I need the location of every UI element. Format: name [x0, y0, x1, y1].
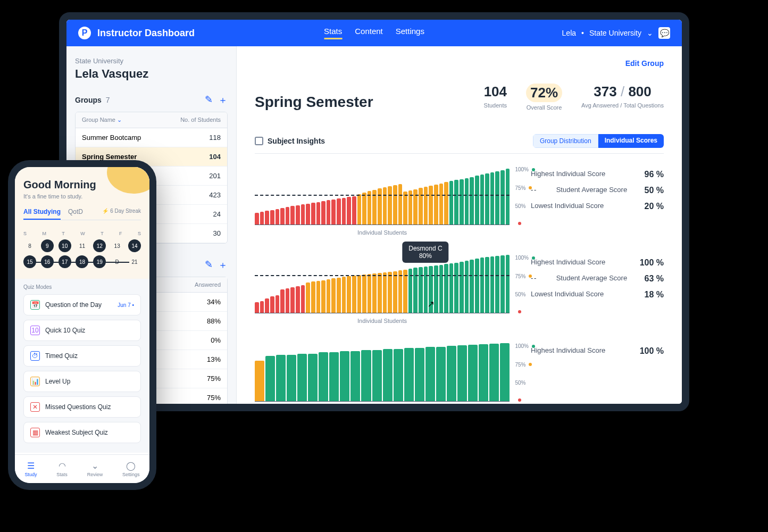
chart-bar[interactable] — [383, 187, 387, 225]
study-tab[interactable]: QotD — [68, 208, 83, 220]
calendar-day[interactable]: 9 — [41, 239, 54, 252]
chart-bar[interactable] — [404, 348, 414, 401]
chart-bar[interactable] — [490, 172, 495, 225]
chart-bar[interactable] — [470, 177, 474, 225]
chart-bar[interactable] — [255, 302, 259, 313]
chart-bar[interactable] — [290, 287, 295, 313]
chart-bar[interactable] — [424, 187, 428, 225]
calendar-day[interactable]: D — [111, 255, 123, 268]
chart-bar[interactable] — [393, 271, 397, 313]
chart-bar[interactable] — [465, 178, 469, 225]
chart-bar[interactable] — [290, 206, 295, 225]
add-icon[interactable]: ＋ — [218, 259, 228, 271]
edit-icon[interactable]: ✎ — [205, 94, 213, 106]
chart-bar[interactable] — [352, 196, 356, 225]
chart-bar[interactable] — [280, 208, 285, 225]
chart-bar[interactable] — [276, 355, 286, 401]
chart-bar[interactable] — [368, 191, 372, 225]
chart-bar[interactable] — [460, 179, 464, 225]
chart-bar[interactable] — [470, 260, 474, 313]
chart-bar[interactable] — [316, 202, 321, 225]
chart-bar[interactable] — [506, 255, 510, 313]
chart-bar[interactable] — [342, 198, 346, 225]
chart-bar[interactable] — [340, 351, 349, 401]
chart-bar[interactable] — [276, 209, 280, 225]
chat-icon[interactable]: 💬 — [658, 27, 670, 39]
calendar-day[interactable]: 12 — [93, 239, 106, 252]
calendar-day[interactable]: 17 — [59, 255, 71, 268]
chart-bar[interactable] — [306, 282, 310, 313]
chart-bar[interactable] — [329, 352, 339, 401]
study-tab[interactable]: All Studying — [23, 208, 61, 220]
toggle-group-distribution[interactable]: Group Distribution — [533, 134, 598, 148]
chart-bar[interactable] — [331, 200, 336, 225]
chart-bar[interactable] — [296, 205, 300, 225]
chart-bar[interactable] — [255, 361, 264, 401]
chart-bar[interactable] — [327, 200, 331, 225]
chart-bar[interactable] — [439, 265, 444, 313]
chart-bar[interactable] — [265, 211, 269, 225]
chart-bar[interactable] — [388, 272, 392, 313]
chart-bar[interactable] — [447, 346, 456, 401]
chart-bar[interactable] — [331, 278, 336, 313]
chart-bar[interactable] — [383, 272, 387, 313]
chart-bar[interactable] — [308, 354, 318, 401]
chart-bar[interactable] — [480, 257, 485, 313]
chart-bar[interactable] — [361, 350, 371, 401]
group-row[interactable]: Summer Bootcamp118 — [76, 128, 227, 147]
chart-bar[interactable] — [357, 275, 362, 313]
chart-bar[interactable] — [434, 185, 438, 225]
chart-bar[interactable] — [403, 192, 407, 225]
chart-bar[interactable] — [454, 263, 458, 313]
chart-bar[interactable] — [260, 301, 264, 313]
chart-bar[interactable] — [265, 298, 269, 313]
chart-bar[interactable] — [287, 355, 296, 401]
chart-bar[interactable] — [468, 345, 478, 401]
calendar-day[interactable]: 15 — [23, 255, 36, 268]
topbar-user[interactable]: Lela • State University ⌄ 💬 — [562, 27, 670, 39]
chart-bar[interactable] — [321, 201, 325, 225]
chart-bar[interactable] — [372, 350, 382, 401]
chart-bar[interactable] — [388, 186, 392, 225]
chart-bar[interactable] — [419, 267, 423, 313]
chart-bar[interactable] — [495, 256, 499, 313]
chart-bar[interactable] — [403, 270, 407, 313]
chart-bar[interactable] — [286, 207, 290, 225]
calendar-day[interactable]: 18 — [76, 255, 88, 268]
chart-bar[interactable] — [429, 186, 433, 225]
chart-bar[interactable] — [500, 343, 510, 401]
calendar-day[interactable]: 19 — [93, 255, 106, 268]
chart-bar[interactable] — [394, 349, 403, 401]
chart-bar[interactable] — [301, 285, 305, 313]
chart-bar[interactable] — [444, 182, 448, 225]
chart-bar[interactable] — [270, 296, 274, 313]
chart-bar[interactable] — [352, 276, 356, 313]
chart-bar[interactable] — [368, 274, 372, 313]
chart-bar[interactable] — [357, 194, 362, 225]
chart-bar[interactable] — [378, 273, 382, 313]
chart-bar[interactable] — [398, 270, 403, 313]
chart-bar[interactable] — [444, 264, 448, 313]
nav-tab-stats[interactable]: Stats — [324, 27, 342, 39]
col-group-name[interactable]: Group Name — [82, 117, 115, 123]
chart-bar[interactable] — [311, 281, 315, 313]
chart-bar[interactable] — [465, 261, 469, 313]
chart-bar[interactable] — [265, 356, 275, 401]
edit-group-link[interactable]: Edit Group — [625, 59, 664, 68]
chart-bar[interactable] — [479, 344, 488, 401]
chart-bar[interactable] — [286, 288, 290, 313]
chart-bar[interactable] — [500, 170, 505, 225]
nav-tab-settings[interactable]: Settings — [396, 27, 424, 39]
chart-bar[interactable] — [485, 257, 489, 313]
chart-bar[interactable] — [475, 176, 479, 225]
chart-bar[interactable] — [489, 344, 499, 401]
chart-bar[interactable] — [449, 181, 454, 225]
calendar-day[interactable]: 16 — [41, 255, 54, 268]
chart-bar[interactable] — [337, 278, 341, 313]
chart-bar[interactable] — [297, 354, 307, 401]
chart-bar[interactable] — [434, 265, 438, 313]
quiz-mode-card[interactable]: 📊Level Up — [23, 371, 141, 392]
chart-bar[interactable] — [457, 345, 467, 401]
chart-bar[interactable] — [316, 281, 321, 313]
nav-stats[interactable]: ◠Stats — [56, 461, 68, 477]
